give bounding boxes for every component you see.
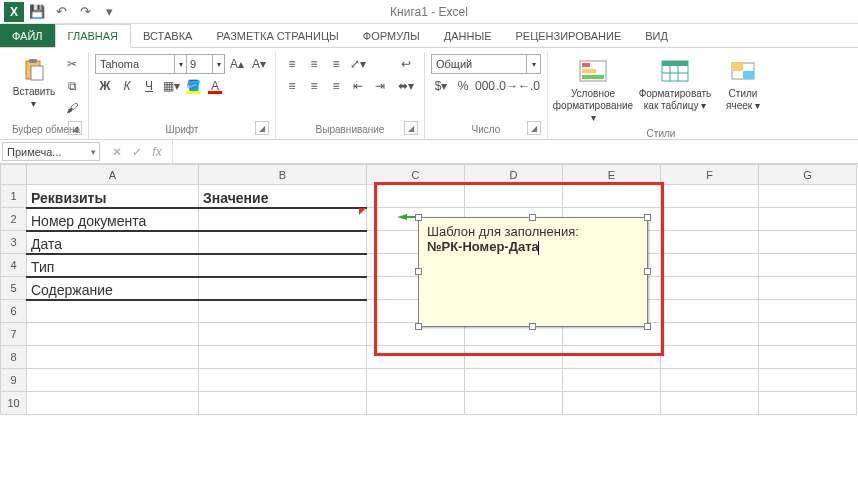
cell[interactable] xyxy=(27,369,199,392)
row-header[interactable]: 7 xyxy=(1,323,27,346)
cell[interactable] xyxy=(367,392,465,415)
font-name-combo[interactable]: Tahoma ▾ 9 ▾ xyxy=(95,54,225,74)
resize-handle[interactable] xyxy=(529,323,536,330)
align-middle-icon[interactable]: ≡ xyxy=(304,54,324,74)
number-format-combo[interactable]: Общий ▾ xyxy=(431,54,541,74)
cell[interactable]: Тип xyxy=(27,254,199,277)
cell[interactable] xyxy=(199,300,367,323)
copy-icon[interactable]: ⧉ xyxy=(62,76,82,96)
cell[interactable] xyxy=(661,277,759,300)
col-header[interactable]: A xyxy=(27,165,199,185)
resize-handle[interactable] xyxy=(644,323,651,330)
cell[interactable] xyxy=(199,369,367,392)
align-top-icon[interactable]: ≡ xyxy=(282,54,302,74)
select-all-corner[interactable] xyxy=(1,165,27,185)
paste-button[interactable]: Вставить▾ xyxy=(10,54,58,112)
align-left-icon[interactable]: ≡ xyxy=(282,76,302,96)
fill-color-icon[interactable]: 🪣 xyxy=(183,76,203,96)
cell-styles-button[interactable]: Стили ячеек ▾ xyxy=(718,54,768,114)
decrease-indent-icon[interactable]: ⇤ xyxy=(348,76,368,96)
row-header[interactable]: 1 xyxy=(1,185,27,208)
resize-handle[interactable] xyxy=(644,214,651,221)
decrease-font-icon[interactable]: A▾ xyxy=(249,54,269,74)
cut-icon[interactable]: ✂ xyxy=(62,54,82,74)
tab-layout[interactable]: РАЗМЕТКА СТРАНИЦЫ xyxy=(204,24,350,47)
font-expand-icon[interactable]: ◢ xyxy=(255,121,269,135)
cell[interactable] xyxy=(661,392,759,415)
name-box[interactable]: Примеча... xyxy=(2,142,100,161)
cell[interactable] xyxy=(759,392,857,415)
qat-customize-icon[interactable]: ▾ xyxy=(98,2,120,22)
format-painter-icon[interactable]: 🖌 xyxy=(62,98,82,118)
align-center-icon[interactable]: ≡ xyxy=(304,76,324,96)
col-header[interactable]: F xyxy=(661,165,759,185)
cell[interactable] xyxy=(661,185,759,208)
resize-handle[interactable] xyxy=(415,323,422,330)
save-icon[interactable]: 💾 xyxy=(26,2,48,22)
row-header[interactable]: 4 xyxy=(1,254,27,277)
col-header[interactable]: B xyxy=(199,165,367,185)
cell[interactable] xyxy=(759,254,857,277)
cell[interactable] xyxy=(199,254,367,277)
cell[interactable] xyxy=(661,300,759,323)
cell[interactable] xyxy=(759,231,857,254)
cell[interactable] xyxy=(661,231,759,254)
comment-box[interactable]: Шаблон для заполнения: №РК-Номер-Дата xyxy=(418,217,648,327)
cell[interactable]: Значение xyxy=(199,185,367,208)
bold-button[interactable]: Ж xyxy=(95,76,115,96)
cell[interactable] xyxy=(759,300,857,323)
merge-icon[interactable]: ⬌▾ xyxy=(394,76,418,96)
row-header[interactable]: 9 xyxy=(1,369,27,392)
cell[interactable] xyxy=(759,185,857,208)
cancel-icon[interactable]: ✕ xyxy=(108,143,126,161)
cell[interactable] xyxy=(465,369,563,392)
cell[interactable]: Дата xyxy=(27,231,199,254)
underline-button[interactable]: Ч xyxy=(139,76,159,96)
row-header[interactable]: 8 xyxy=(1,346,27,369)
cell[interactable] xyxy=(27,392,199,415)
cell[interactable] xyxy=(367,369,465,392)
cell[interactable] xyxy=(27,346,199,369)
tab-file[interactable]: ФАЙЛ xyxy=(0,24,55,47)
cell[interactable] xyxy=(27,323,199,346)
cell[interactable]: Номер документа xyxy=(27,208,199,231)
cell[interactable] xyxy=(759,277,857,300)
increase-font-icon[interactable]: A▴ xyxy=(227,54,247,74)
enter-icon[interactable]: ✓ xyxy=(128,143,146,161)
comma-icon[interactable]: 000 xyxy=(475,76,495,96)
align-bottom-icon[interactable]: ≡ xyxy=(326,54,346,74)
fx-icon[interactable]: fx xyxy=(148,143,166,161)
resize-handle[interactable] xyxy=(529,214,536,221)
cell[interactable] xyxy=(199,392,367,415)
cell[interactable] xyxy=(27,300,199,323)
cell[interactable] xyxy=(759,208,857,231)
row-header[interactable]: 5 xyxy=(1,277,27,300)
row-header[interactable]: 6 xyxy=(1,300,27,323)
cell[interactable] xyxy=(199,277,367,300)
cell[interactable] xyxy=(563,392,661,415)
currency-icon[interactable]: $▾ xyxy=(431,76,451,96)
formula-input[interactable] xyxy=(173,140,858,163)
cell[interactable] xyxy=(199,323,367,346)
format-as-table-button[interactable]: Форматировать как таблицу ▾ xyxy=(636,54,714,114)
tab-data[interactable]: ДАННЫЕ xyxy=(432,24,504,47)
cell[interactable] xyxy=(199,208,367,231)
percent-icon[interactable]: % xyxy=(453,76,473,96)
tab-formulas[interactable]: ФОРМУЛЫ xyxy=(351,24,432,47)
cell[interactable] xyxy=(661,323,759,346)
tab-insert[interactable]: ВСТАВКА xyxy=(131,24,204,47)
undo-icon[interactable]: ↶ xyxy=(50,2,72,22)
wrap-text-icon[interactable]: ↩ xyxy=(394,54,418,74)
cell[interactable]: Реквизиты xyxy=(27,185,199,208)
font-color-icon[interactable]: A xyxy=(205,76,225,96)
number-expand-icon[interactable]: ◢ xyxy=(527,121,541,135)
row-header[interactable]: 3 xyxy=(1,231,27,254)
align-right-icon[interactable]: ≡ xyxy=(326,76,346,96)
cell[interactable] xyxy=(759,369,857,392)
italic-button[interactable]: К xyxy=(117,76,137,96)
redo-icon[interactable]: ↷ xyxy=(74,2,96,22)
tab-review[interactable]: РЕЦЕНЗИРОВАНИЕ xyxy=(503,24,633,47)
increase-indent-icon[interactable]: ⇥ xyxy=(370,76,390,96)
font-size-value[interactable]: 9 xyxy=(186,55,212,73)
row-header[interactable]: 2 xyxy=(1,208,27,231)
